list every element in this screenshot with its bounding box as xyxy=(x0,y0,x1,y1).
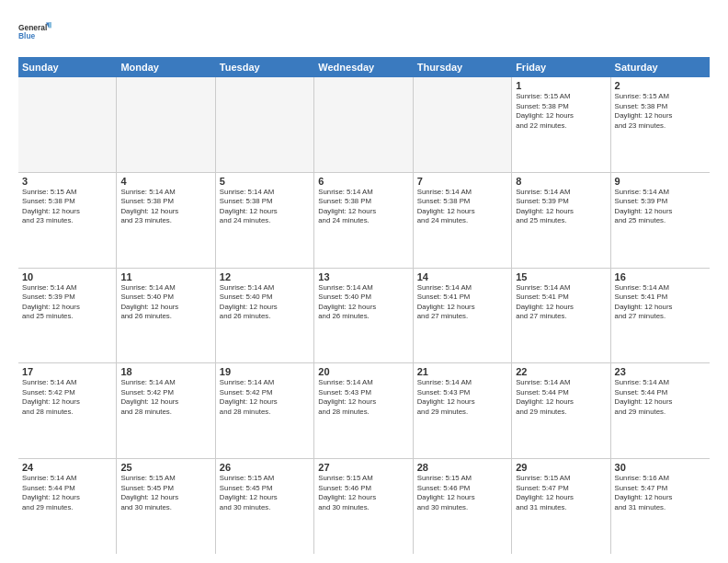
day-number: 25 xyxy=(120,462,210,473)
calendar-cell: 27Sunrise: 5:15 AMSunset: 5:46 PMDayligh… xyxy=(314,459,413,554)
day-number: 2 xyxy=(615,80,706,91)
day-number: 13 xyxy=(318,271,408,282)
calendar-cell: 1Sunrise: 5:15 AMSunset: 5:38 PMDaylight… xyxy=(512,77,610,172)
calendar-cell: 30Sunrise: 5:16 AMSunset: 5:47 PMDayligh… xyxy=(611,459,710,554)
day-detail: Sunrise: 5:14 AMSunset: 5:40 PMDaylight:… xyxy=(318,283,408,322)
day-number: 19 xyxy=(220,366,310,377)
day-number: 5 xyxy=(220,176,310,187)
calendar-cell xyxy=(117,77,215,172)
day-detail: Sunrise: 5:14 AMSunset: 5:41 PMDaylight:… xyxy=(516,283,606,322)
svg-text:General: General xyxy=(18,23,47,32)
day-detail: Sunrise: 5:15 AMSunset: 5:38 PMDaylight:… xyxy=(615,92,706,131)
calendar-body: 1Sunrise: 5:15 AMSunset: 5:38 PMDaylight… xyxy=(18,77,710,554)
day-detail: Sunrise: 5:14 AMSunset: 5:38 PMDaylight:… xyxy=(318,188,408,226)
calendar-week-5: 24Sunrise: 5:14 AMSunset: 5:44 PMDayligh… xyxy=(18,459,710,554)
calendar-cell: 17Sunrise: 5:14 AMSunset: 5:42 PMDayligh… xyxy=(18,363,117,458)
header-day-saturday: Saturday xyxy=(611,57,710,77)
calendar: SundayMondayTuesdayWednesdayThursdayFrid… xyxy=(18,57,710,554)
calendar-cell: 6Sunrise: 5:14 AMSunset: 5:38 PMDaylight… xyxy=(314,173,413,268)
calendar-cell: 24Sunrise: 5:14 AMSunset: 5:44 PMDayligh… xyxy=(18,459,117,554)
day-detail: Sunrise: 5:14 AMSunset: 5:44 PMDaylight:… xyxy=(22,474,112,512)
day-detail: Sunrise: 5:14 AMSunset: 5:42 PMDaylight:… xyxy=(22,378,112,417)
calendar-cell xyxy=(18,77,117,172)
logo: General Blue xyxy=(18,15,51,48)
day-number: 16 xyxy=(615,271,706,282)
day-number: 27 xyxy=(318,462,408,473)
day-detail: Sunrise: 5:14 AMSunset: 5:44 PMDaylight:… xyxy=(615,378,706,417)
day-detail: Sunrise: 5:15 AMSunset: 5:45 PMDaylight:… xyxy=(220,474,310,512)
header-day-monday: Monday xyxy=(117,57,215,77)
day-detail: Sunrise: 5:14 AMSunset: 5:39 PMDaylight:… xyxy=(22,283,112,322)
calendar-cell: 11Sunrise: 5:14 AMSunset: 5:40 PMDayligh… xyxy=(117,269,215,363)
day-number: 7 xyxy=(417,176,507,187)
calendar-cell: 14Sunrise: 5:14 AMSunset: 5:41 PMDayligh… xyxy=(414,269,512,363)
day-detail: Sunrise: 5:14 AMSunset: 5:42 PMDaylight:… xyxy=(120,378,210,417)
calendar-cell: 10Sunrise: 5:14 AMSunset: 5:39 PMDayligh… xyxy=(18,269,117,363)
calendar-cell: 13Sunrise: 5:14 AMSunset: 5:40 PMDayligh… xyxy=(314,269,413,363)
calendar-cell: 2Sunrise: 5:15 AMSunset: 5:38 PMDaylight… xyxy=(611,77,710,172)
calendar-cell xyxy=(216,77,314,172)
day-detail: Sunrise: 5:14 AMSunset: 5:38 PMDaylight:… xyxy=(417,188,507,226)
day-number: 30 xyxy=(615,462,706,473)
day-detail: Sunrise: 5:14 AMSunset: 5:38 PMDaylight:… xyxy=(220,188,310,226)
day-detail: Sunrise: 5:15 AMSunset: 5:45 PMDaylight:… xyxy=(120,474,210,512)
day-number: 18 xyxy=(120,366,210,377)
day-detail: Sunrise: 5:14 AMSunset: 5:39 PMDaylight:… xyxy=(516,188,606,226)
day-detail: Sunrise: 5:14 AMSunset: 5:43 PMDaylight:… xyxy=(417,378,507,417)
calendar-cell: 4Sunrise: 5:14 AMSunset: 5:38 PMDaylight… xyxy=(117,173,215,268)
calendar-cell: 15Sunrise: 5:14 AMSunset: 5:41 PMDayligh… xyxy=(512,269,610,363)
svg-text:Blue: Blue xyxy=(18,31,36,40)
day-number: 11 xyxy=(120,271,210,282)
calendar-week-4: 17Sunrise: 5:14 AMSunset: 5:42 PMDayligh… xyxy=(18,363,710,459)
day-number: 10 xyxy=(22,271,112,282)
day-detail: Sunrise: 5:14 AMSunset: 5:42 PMDaylight:… xyxy=(220,378,310,417)
day-number: 12 xyxy=(220,271,310,282)
day-number: 14 xyxy=(417,271,507,282)
day-number: 15 xyxy=(516,271,606,282)
calendar-cell: 12Sunrise: 5:14 AMSunset: 5:40 PMDayligh… xyxy=(216,269,314,363)
calendar-week-2: 3Sunrise: 5:15 AMSunset: 5:38 PMDaylight… xyxy=(18,173,710,269)
day-detail: Sunrise: 5:15 AMSunset: 5:47 PMDaylight:… xyxy=(516,474,606,512)
calendar-cell: 23Sunrise: 5:14 AMSunset: 5:44 PMDayligh… xyxy=(611,363,710,458)
day-detail: Sunrise: 5:14 AMSunset: 5:40 PMDaylight:… xyxy=(220,283,310,322)
day-number: 28 xyxy=(417,462,507,473)
logo-svg: General Blue xyxy=(18,15,51,48)
calendar-cell: 26Sunrise: 5:15 AMSunset: 5:45 PMDayligh… xyxy=(216,459,314,554)
header-day-tuesday: Tuesday xyxy=(216,57,314,77)
day-detail: Sunrise: 5:15 AMSunset: 5:46 PMDaylight:… xyxy=(318,474,408,512)
day-number: 22 xyxy=(516,366,606,377)
header-day-sunday: Sunday xyxy=(18,57,117,77)
day-detail: Sunrise: 5:15 AMSunset: 5:38 PMDaylight:… xyxy=(22,188,112,226)
day-detail: Sunrise: 5:14 AMSunset: 5:38 PMDaylight:… xyxy=(120,188,210,226)
day-detail: Sunrise: 5:14 AMSunset: 5:40 PMDaylight:… xyxy=(120,283,210,322)
day-number: 21 xyxy=(417,366,507,377)
calendar-cell: 16Sunrise: 5:14 AMSunset: 5:41 PMDayligh… xyxy=(611,269,710,363)
calendar-cell xyxy=(314,77,413,172)
day-detail: Sunrise: 5:14 AMSunset: 5:39 PMDaylight:… xyxy=(615,188,706,226)
day-number: 17 xyxy=(22,366,112,377)
day-detail: Sunrise: 5:14 AMSunset: 5:44 PMDaylight:… xyxy=(516,378,606,417)
day-number: 1 xyxy=(516,80,606,91)
calendar-cell: 21Sunrise: 5:14 AMSunset: 5:43 PMDayligh… xyxy=(414,363,512,458)
day-number: 3 xyxy=(22,176,112,187)
calendar-cell: 7Sunrise: 5:14 AMSunset: 5:38 PMDaylight… xyxy=(414,173,512,268)
calendar-cell: 8Sunrise: 5:14 AMSunset: 5:39 PMDaylight… xyxy=(512,173,610,268)
calendar-cell: 9Sunrise: 5:14 AMSunset: 5:39 PMDaylight… xyxy=(611,173,710,268)
day-detail: Sunrise: 5:14 AMSunset: 5:41 PMDaylight:… xyxy=(417,283,507,322)
day-detail: Sunrise: 5:15 AMSunset: 5:38 PMDaylight:… xyxy=(516,92,606,131)
calendar-header: SundayMondayTuesdayWednesdayThursdayFrid… xyxy=(18,57,710,77)
calendar-cell: 18Sunrise: 5:14 AMSunset: 5:42 PMDayligh… xyxy=(117,363,215,458)
calendar-week-1: 1Sunrise: 5:15 AMSunset: 5:38 PMDaylight… xyxy=(18,77,710,173)
day-detail: Sunrise: 5:15 AMSunset: 5:46 PMDaylight:… xyxy=(417,474,507,512)
header: General Blue xyxy=(18,15,710,48)
day-number: 24 xyxy=(22,462,112,473)
calendar-cell: 28Sunrise: 5:15 AMSunset: 5:46 PMDayligh… xyxy=(414,459,512,554)
svg-marker-3 xyxy=(49,22,51,28)
day-detail: Sunrise: 5:16 AMSunset: 5:47 PMDaylight:… xyxy=(615,474,706,512)
calendar-cell: 3Sunrise: 5:15 AMSunset: 5:38 PMDaylight… xyxy=(18,173,117,268)
day-number: 9 xyxy=(615,176,706,187)
header-day-friday: Friday xyxy=(512,57,610,77)
calendar-cell: 20Sunrise: 5:14 AMSunset: 5:43 PMDayligh… xyxy=(314,363,413,458)
day-detail: Sunrise: 5:14 AMSunset: 5:41 PMDaylight:… xyxy=(615,283,706,322)
page: General Blue SundayMondayTuesdayWednesda… xyxy=(0,0,728,563)
